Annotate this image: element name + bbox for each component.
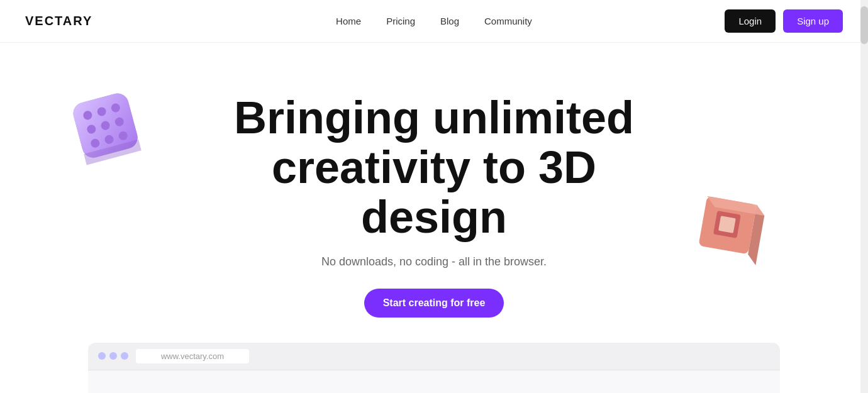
nav-community[interactable]: Community [484, 16, 532, 26]
nav-home[interactable]: Home [336, 16, 361, 26]
browser-bar: www.vectary.com [88, 343, 780, 370]
dot-1 [98, 352, 106, 360]
dot-3 [121, 352, 128, 360]
nav-blog[interactable]: Blog [440, 16, 459, 26]
logo[interactable]: VECTARY [25, 14, 92, 28]
dot-2 [109, 352, 117, 360]
cta-button[interactable]: Start creating for free [364, 289, 504, 318]
nav-pricing[interactable]: Pricing [386, 16, 415, 26]
svg-rect-14 [718, 216, 736, 233]
browser-url: www.vectary.com [136, 349, 249, 363]
navbar: VECTARY Home Pricing Blog Community Logi… [0, 0, 868, 43]
navbar-actions: Login Sign up [725, 9, 843, 33]
purple-grid-3d-object [72, 90, 148, 174]
signup-button[interactable]: Sign up [783, 9, 843, 33]
pink-square-3d-object [692, 194, 767, 278]
browser-content [88, 370, 780, 393]
hero-section: Bringing unlimited creativity to 3D desi… [0, 43, 868, 393]
scrollbar[interactable] [860, 0, 868, 393]
login-button[interactable]: Login [725, 9, 776, 33]
nav-links: Home Pricing Blog Community [336, 16, 532, 26]
browser-dots [98, 352, 128, 360]
hero-title: Bringing unlimited creativity to 3D desi… [214, 93, 654, 243]
scrollbar-thumb[interactable] [860, 6, 868, 44]
browser-mockup: www.vectary.com [88, 343, 780, 393]
